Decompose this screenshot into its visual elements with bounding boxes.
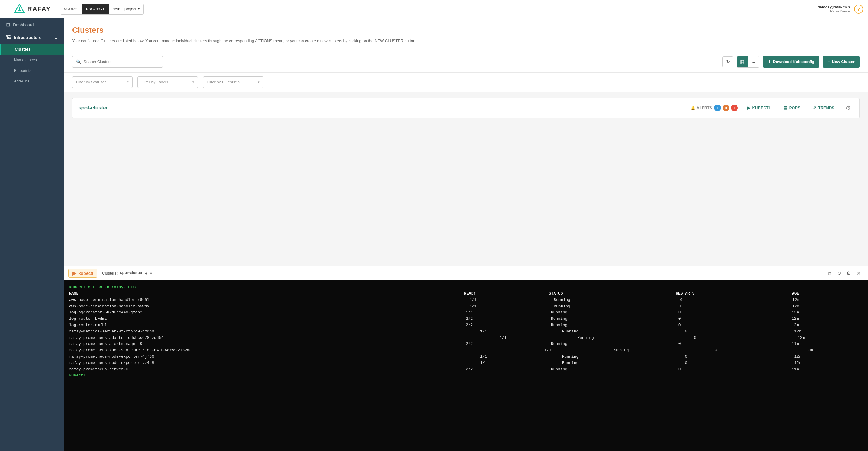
clusters-nav-label: Clusters: — [102, 271, 118, 276]
scope-selector[interactable]: SCOPE: PROJECT defaultproject ▾ — [61, 4, 144, 15]
scope-project-dropdown[interactable]: defaultproject ▾ — [109, 4, 143, 14]
sidebar-item-label-dashboard: Dashboard — [13, 22, 34, 27]
pod-status: Running — [551, 316, 678, 322]
pod-age: 11m — [792, 341, 863, 347]
list-view-button[interactable]: ≡ — [748, 56, 759, 67]
pod-ready: 1/1 — [466, 309, 551, 316]
alert-badge-orange: 0 — [723, 105, 729, 111]
pods-icon: ▤ — [783, 105, 787, 111]
new-cluster-button[interactable]: + New Cluster — [823, 56, 860, 67]
hamburger-icon[interactable]: ☰ — [5, 5, 10, 13]
sidebar-item-label-addons: Add-Ons — [14, 79, 29, 83]
pod-status: Running — [551, 322, 678, 329]
pod-restarts: 0 — [685, 360, 795, 366]
pod-status: Running — [551, 366, 678, 373]
open-external-button[interactable]: ⧉ — [825, 269, 834, 278]
sidebar-item-label-namespaces: Namespaces — [14, 58, 37, 62]
pod-name: aws-node-termination-handler-r5c9l — [69, 297, 469, 303]
sidebar-item-addons[interactable]: Add-Ons — [0, 76, 64, 86]
pod-status: Running — [577, 335, 694, 341]
table-row: aws-node-termination-handler-s5wdx 1/1 R… — [69, 303, 863, 310]
pod-name: rafay-prometheus-server-0 — [69, 366, 466, 373]
pod-ready: 2/2 — [466, 341, 551, 347]
alerts-section: 🔔 ALERTS 0 0 0 — [691, 105, 738, 111]
help-button[interactable]: ? — [854, 4, 863, 13]
terminal-close-button[interactable]: ✕ — [854, 269, 863, 278]
kubectl-label[interactable]: ▶ kubectl — [68, 269, 97, 278]
clusters-nav: Clusters: spot-cluster + ▾ — [102, 270, 152, 276]
pod-restarts: 0 — [685, 329, 795, 335]
pod-age: 12m — [794, 329, 863, 335]
filter-labels-arrow: ▾ — [192, 80, 194, 84]
cluster-tab-dropdown[interactable]: ▾ — [150, 271, 152, 276]
sidebar-item-label-clusters: Clusters — [15, 47, 31, 52]
pod-name: rafay-prometheus-node-exporter-vz4q8 — [69, 360, 480, 366]
search-input[interactable] — [84, 59, 159, 64]
sidebar-item-infrastructure[interactable]: 🏗 Infrastructure ▲ — [0, 31, 64, 44]
pods-action-label: PODS — [789, 106, 801, 110]
toolbar: 🔍 ↻ ▦ ≡ ⬇ Download Kubeconfig + New Clus… — [64, 51, 868, 73]
col-restarts-header: RESTARTS — [676, 291, 792, 297]
col-status-header: STATUS — [549, 291, 676, 297]
pod-restarts: 0 — [680, 297, 792, 303]
refresh-button[interactable]: ↻ — [722, 56, 733, 67]
user-info[interactable]: demos@rafay.co ▾ Rafay Demos — [818, 5, 851, 13]
pod-status: Running — [562, 354, 685, 360]
user-email: demos@rafay.co ▾ — [818, 5, 851, 9]
pod-restarts: 0 — [678, 309, 792, 316]
sidebar-item-dashboard[interactable]: ⊞ Dashboard — [0, 18, 64, 31]
pod-restarts: 0 — [680, 303, 792, 310]
terminal-refresh-button[interactable]: ↻ — [834, 269, 844, 278]
pod-name: rafay-prometheus-node-exporter-4j766 — [69, 354, 480, 360]
col-age-header: AGE — [792, 291, 863, 297]
filter-statuses[interactable]: Filter by Statuses ... ▾ — [72, 76, 133, 88]
pod-age: 12m — [798, 335, 863, 341]
scope-dropdown-arrow: ▾ — [138, 7, 140, 10]
table-row: rafay-prometheus-adapter-ddcbcc678-zd654… — [69, 335, 863, 341]
terminal-settings-button[interactable]: ⚙ — [844, 269, 854, 278]
pod-age: 12m — [806, 347, 863, 354]
pod-ready: 1/1 — [469, 297, 554, 303]
pod-name: log-router-cmfhl — [69, 322, 466, 329]
sidebar-item-clusters[interactable]: Clusters — [0, 44, 64, 55]
search-box[interactable]: 🔍 — [72, 56, 163, 67]
pod-age: 11m — [792, 366, 863, 373]
filter-blueprints[interactable]: Filter by Blueprints ... ▾ — [203, 76, 264, 88]
pod-ready: 2/2 — [466, 316, 551, 322]
logo-text: RAFAY — [27, 5, 51, 13]
add-cluster-tab-button[interactable]: + — [145, 271, 148, 276]
terminal-table: NAME READY STATUS RESTARTS AGE — [69, 291, 863, 297]
trends-icon: ↗ — [813, 105, 816, 111]
table-row: rafay-prometheus-server-0 2/2 Running 0 … — [69, 366, 863, 373]
rafay-logo-icon — [14, 4, 25, 15]
terminal-command: kubectl get po -n rafay-infra — [69, 284, 863, 291]
pods-action-button[interactable]: ▤ PODS — [780, 103, 804, 112]
pod-age: 12m — [792, 303, 863, 310]
kubectl-bar: ▶ kubectl Clusters: spot-cluster + ▾ ⧉ ↻… — [64, 266, 868, 280]
page-title: Clusters — [72, 25, 860, 35]
cluster-tab[interactable]: spot-cluster — [120, 270, 142, 276]
pod-status: Running — [562, 329, 685, 335]
bell-icon: 🔔 — [691, 106, 696, 110]
filter-labels[interactable]: Filter by Labels ... ▾ — [137, 76, 198, 88]
pod-status: Running — [562, 360, 685, 366]
pod-restarts: 0 — [678, 341, 792, 347]
pod-restarts: 0 — [694, 335, 798, 341]
filter-labels-label: Filter by Labels ... — [142, 80, 173, 84]
alert-badge-blue: 0 — [714, 105, 721, 111]
alerts-label: 🔔 ALERTS — [691, 106, 712, 110]
download-kubeconfig-label: Download Kubeconfig — [773, 59, 814, 64]
cluster-settings-button[interactable]: ⚙ — [843, 103, 853, 113]
scope-project-value: defaultproject — [113, 7, 136, 11]
terminal[interactable]: kubectl get po -n rafay-infra NAME READY… — [64, 280, 868, 451]
pod-name: rafay-prometheus-alertmanager-0 — [69, 341, 466, 347]
kubectl-action-button[interactable]: ▶ KUBECTL — [744, 103, 774, 112]
download-kubeconfig-button[interactable]: ⬇ Download Kubeconfig — [763, 56, 819, 67]
sidebar-item-blueprints[interactable]: Blueprints — [0, 65, 64, 76]
trends-action-button[interactable]: ↗ TRENDS — [810, 103, 837, 112]
pod-status: Running — [554, 297, 680, 303]
grid-view-button[interactable]: ▦ — [737, 56, 748, 67]
sidebar-item-namespaces[interactable]: Namespaces — [0, 55, 64, 65]
terminal-data-rows: aws-node-termination-handler-r5c9l 1/1 R… — [69, 297, 863, 373]
cluster-name[interactable]: spot-cluster — [79, 105, 108, 111]
